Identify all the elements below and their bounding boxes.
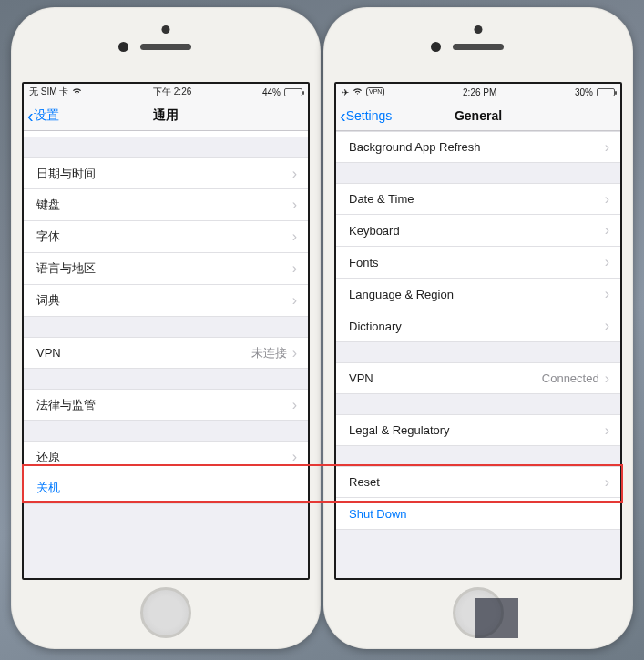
- airplane-icon: ✈: [342, 87, 349, 97]
- row-fonts[interactable]: 字体 ›: [24, 221, 308, 253]
- row-legal[interactable]: Legal & Regulatory ›: [336, 414, 620, 446]
- row-label: Shut Down: [349, 507, 407, 521]
- chevron-right-icon: ›: [292, 449, 297, 465]
- row-reset[interactable]: Reset ›: [336, 466, 620, 498]
- nav-bar: ‹ Settings General: [336, 100, 620, 131]
- row-label: Background App Refresh: [349, 140, 481, 154]
- row-label: 还原: [36, 449, 60, 465]
- settings-list[interactable]: 沿台 App 刷新 › 日期与时间 › 键盘 › 字体 › 语言与地: [24, 131, 308, 578]
- battery-percent: 30%: [575, 87, 593, 97]
- back-button[interactable]: ‹ 设置: [24, 107, 59, 125]
- status-bar: ✈ VPN 2:26 PM 30%: [336, 84, 620, 100]
- phone-left: 无 SIM 卡 下午 2:26 44% ‹ 设置 通用 沿台 App 刷新: [11, 7, 321, 649]
- row-vpn[interactable]: VPN 未连接 ›: [24, 337, 308, 369]
- chevron-right-icon: ›: [292, 345, 297, 361]
- wifi-icon: [353, 87, 363, 97]
- row-reset[interactable]: 还原 ›: [24, 441, 308, 472]
- row-label: 词典: [36, 292, 60, 309]
- row-vpn[interactable]: VPN Connected ›: [336, 362, 620, 394]
- sensor-dot: [118, 42, 128, 52]
- screen-left: 无 SIM 卡 下午 2:26 44% ‹ 设置 通用 沿台 App 刷新: [22, 82, 310, 580]
- phone-right: ✈ VPN 2:26 PM 30% ‹ Settings General: [323, 7, 633, 649]
- battery-icon: [284, 88, 302, 96]
- camera-dot: [162, 25, 170, 34]
- row-background-app-refresh[interactable]: Background App Refresh ›: [336, 131, 620, 163]
- row-shutdown[interactable]: Shut Down: [336, 498, 620, 530]
- chevron-right-icon: ›: [605, 286, 609, 302]
- speaker-slot: [140, 44, 191, 50]
- row-background-app-refresh[interactable]: 沿台 App 刷新 ›: [24, 131, 308, 137]
- row-label: Language & Region: [349, 288, 454, 301]
- clock: 下午 2:26: [153, 86, 191, 98]
- chevron-left-icon: ‹: [340, 107, 346, 125]
- chevron-right-icon: ›: [605, 222, 609, 239]
- row-label: Keyboard: [349, 224, 400, 238]
- nav-bar: ‹ 设置 通用: [24, 100, 308, 131]
- row-label: 法律与监管: [36, 397, 96, 413]
- row-date-time[interactable]: Date & Time ›: [336, 183, 620, 215]
- row-language-region[interactable]: Language & Region ›: [336, 279, 620, 310]
- speaker-slot: [453, 44, 504, 50]
- back-label: 设置: [34, 107, 59, 124]
- row-label: Dictionary: [349, 320, 402, 333]
- tape-overlay: [475, 598, 518, 638]
- row-dictionary[interactable]: Dictionary ›: [336, 310, 620, 342]
- row-date-time[interactable]: 日期与时间 ›: [24, 157, 308, 189]
- row-shutdown[interactable]: 关机: [24, 472, 308, 504]
- home-button[interactable]: [140, 587, 191, 638]
- row-language-region[interactable]: 语言与地区 ›: [24, 253, 308, 285]
- row-label: Date & Time: [349, 192, 414, 206]
- row-legal[interactable]: 法律与监管 ›: [24, 389, 308, 421]
- vpn-badge: VPN: [366, 87, 384, 96]
- row-label: 字体: [36, 228, 60, 245]
- wifi-icon: [72, 87, 82, 97]
- carrier-label: 无 SIM 卡: [29, 86, 68, 98]
- chevron-left-icon: ‹: [27, 107, 34, 125]
- chevron-right-icon: ›: [292, 197, 297, 213]
- page-title: General: [455, 108, 502, 123]
- row-label: Reset: [349, 475, 380, 489]
- chevron-right-icon: ›: [605, 422, 609, 439]
- row-label: 关机: [36, 480, 60, 496]
- back-button[interactable]: ‹ Settings: [336, 107, 392, 125]
- chevron-right-icon: ›: [605, 139, 609, 156]
- row-label: 键盘: [36, 197, 60, 213]
- chevron-right-icon: ›: [605, 474, 609, 491]
- vpn-status: 未连接: [251, 345, 287, 361]
- chevron-right-icon: ›: [292, 260, 297, 277]
- chevron-right-icon: ›: [292, 166, 297, 182]
- row-keyboard[interactable]: 键盘 ›: [24, 189, 308, 221]
- page-title: 通用: [153, 107, 179, 124]
- clock: 2:26 PM: [463, 87, 496, 97]
- chevron-right-icon: ›: [292, 397, 297, 413]
- camera-dot: [475, 25, 483, 34]
- row-fonts[interactable]: Fonts ›: [336, 247, 620, 279]
- row-dictionary[interactable]: 词典 ›: [24, 285, 308, 317]
- row-label: 日期与时间: [36, 166, 96, 182]
- chevron-right-icon: ›: [605, 371, 609, 387]
- chevron-right-icon: ›: [292, 228, 297, 245]
- row-label: VPN: [36, 346, 61, 360]
- battery-percent: 44%: [262, 87, 281, 97]
- row-label: Legal & Regulatory: [349, 423, 450, 437]
- settings-list[interactable]: Background App Refresh › Date & Time › K…: [336, 131, 620, 578]
- row-label: 语言与地区: [36, 260, 96, 277]
- chevron-right-icon: ›: [605, 191, 609, 208]
- chevron-right-icon: ›: [605, 318, 609, 334]
- screen-right: ✈ VPN 2:26 PM 30% ‹ Settings General: [334, 82, 622, 580]
- row-keyboard[interactable]: Keyboard ›: [336, 215, 620, 247]
- chevron-right-icon: ›: [292, 292, 297, 309]
- back-label: Settings: [346, 108, 393, 123]
- status-bar: 无 SIM 卡 下午 2:26 44%: [24, 84, 308, 100]
- row-label: VPN: [349, 371, 373, 385]
- sensor-dot: [431, 42, 441, 52]
- battery-icon: [597, 88, 615, 96]
- row-label: Fonts: [349, 256, 379, 269]
- vpn-status: Connected: [542, 371, 599, 385]
- chevron-right-icon: ›: [605, 254, 609, 270]
